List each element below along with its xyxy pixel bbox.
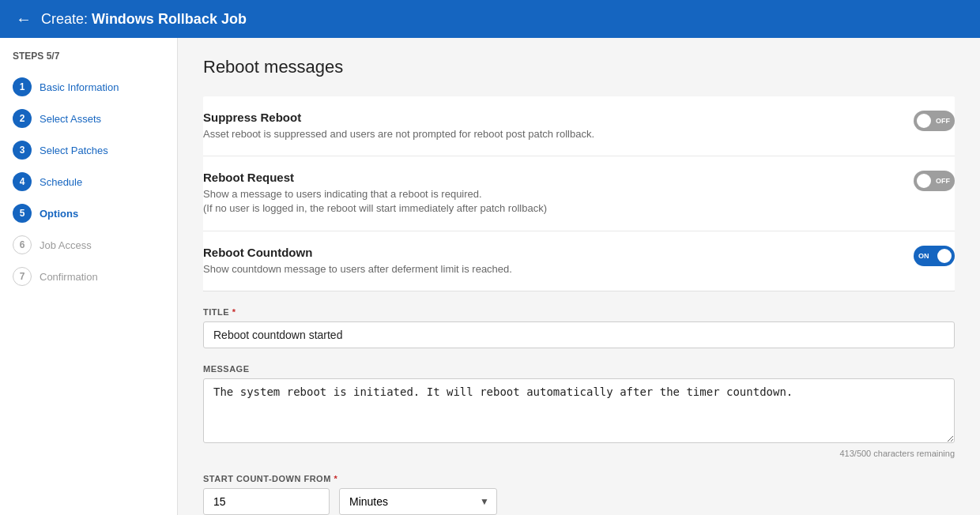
- sidebar-item-options[interactable]: 5 Options: [0, 197, 177, 229]
- time-unit-select[interactable]: Minutes Hours: [339, 488, 497, 515]
- reboot-request-desc: Show a message to users indicating that …: [203, 187, 901, 216]
- reboot-countdown-desc: Show countdown message to users after de…: [203, 262, 901, 276]
- step-1-circle: 1: [13, 77, 32, 96]
- suppress-reboot-desc: Asset reboot is suppressed and users are…: [203, 127, 901, 141]
- header-prefix: Create:: [41, 11, 88, 27]
- message-label: MESSAGE: [203, 364, 955, 374]
- title-required: *: [232, 307, 236, 317]
- step-2-label: Select Assets: [40, 113, 101, 125]
- step-7-circle: 7: [13, 267, 32, 286]
- suppress-reboot-section: Suppress Reboot Asset reboot is suppress…: [203, 96, 955, 156]
- sidebar-item-select-patches[interactable]: 3 Select Patches: [0, 134, 177, 166]
- countdown-required: *: [334, 474, 337, 483]
- title-input[interactable]: [203, 321, 955, 348]
- reboot-request-desc-line1: Show a message to users indicating that …: [203, 188, 482, 200]
- step-6-label: Job Access: [40, 239, 92, 251]
- reboot-request-section: Reboot Request Show a message to users i…: [203, 156, 955, 231]
- reboot-countdown-on-label: ON: [918, 252, 929, 260]
- title-field-group: TITLE *: [203, 307, 955, 348]
- sidebar-item-job-access[interactable]: 6 Job Access: [0, 229, 177, 261]
- step-4-circle: 4: [13, 172, 32, 191]
- reboot-countdown-toggle[interactable]: ON: [914, 246, 955, 266]
- back-arrow-icon: ←: [16, 10, 32, 28]
- suppress-reboot-track[interactable]: OFF: [914, 111, 955, 131]
- sidebar-item-select-assets[interactable]: 2 Select Assets: [0, 103, 177, 134]
- reboot-countdown-content: Reboot Countdown Show countdown message …: [203, 246, 901, 276]
- main-content: Reboot messages Suppress Reboot Asset re…: [178, 38, 980, 515]
- countdown-field-group: START COUNT-DOWN FROM * Minutes Hours ▼: [203, 474, 955, 515]
- suppress-reboot-content: Suppress Reboot Asset reboot is suppress…: [203, 111, 901, 141]
- char-count: 413/500 characters remaining: [203, 449, 955, 458]
- reboot-request-knob: [917, 174, 931, 188]
- suppress-reboot-title: Suppress Reboot: [203, 111, 901, 124]
- step-6-circle: 6: [13, 235, 32, 254]
- countdown-form: TITLE * MESSAGE 413/500 characters remai…: [203, 291, 955, 515]
- message-textarea[interactable]: [203, 378, 955, 443]
- reboot-request-off-label: OFF: [936, 177, 950, 185]
- message-field-group: MESSAGE 413/500 characters remaining: [203, 364, 955, 458]
- header-job-title: Windows Rollback Job: [92, 11, 247, 27]
- reboot-request-desc-line2: (If no user is logged in, the reboot wil…: [203, 202, 547, 214]
- steps-label: STEPS 5/7: [0, 51, 177, 71]
- suppress-reboot-off-label: OFF: [936, 117, 950, 125]
- page-title: Reboot messages: [203, 57, 955, 77]
- step-5-circle: 5: [13, 204, 32, 223]
- suppress-reboot-toggle[interactable]: OFF: [914, 111, 955, 131]
- countdown-label: START COUNT-DOWN FROM *: [203, 474, 955, 483]
- suppress-reboot-knob: [917, 114, 931, 128]
- reboot-request-row: Reboot Request Show a message to users i…: [203, 171, 955, 216]
- title-label: TITLE *: [203, 307, 955, 317]
- step-2-circle: 2: [13, 109, 32, 128]
- reboot-request-toggle[interactable]: OFF: [914, 171, 955, 191]
- app-header: ← Create: Windows Rollback Job: [0, 0, 980, 38]
- step-3-label: Select Patches: [40, 145, 108, 156]
- reboot-countdown-title: Reboot Countdown: [203, 246, 901, 259]
- reboot-sections: Suppress Reboot Asset reboot is suppress…: [203, 96, 955, 291]
- time-unit-select-wrapper: Minutes Hours ▼: [339, 488, 497, 515]
- step-5-label: Options: [40, 208, 78, 220]
- step-4-label: Schedule: [40, 176, 82, 188]
- reboot-request-content: Reboot Request Show a message to users i…: [203, 171, 901, 216]
- main-layout: STEPS 5/7 1 Basic Information 2 Select A…: [0, 38, 980, 515]
- countdown-inputs-row: Minutes Hours ▼: [203, 488, 955, 515]
- reboot-request-track[interactable]: OFF: [914, 171, 955, 191]
- suppress-reboot-row: Suppress Reboot Asset reboot is suppress…: [203, 111, 955, 141]
- reboot-request-title: Reboot Request: [203, 171, 901, 184]
- countdown-number-input[interactable]: [203, 488, 330, 515]
- reboot-countdown-track[interactable]: ON: [914, 246, 955, 266]
- sidebar: STEPS 5/7 1 Basic Information 2 Select A…: [0, 38, 178, 515]
- step-7-label: Confirmation: [40, 271, 98, 283]
- step-3-circle: 3: [13, 141, 32, 160]
- step-1-label: Basic Information: [40, 81, 119, 93]
- reboot-countdown-row: Reboot Countdown Show countdown message …: [203, 246, 955, 276]
- reboot-countdown-section: Reboot Countdown Show countdown message …: [203, 231, 955, 291]
- sidebar-item-schedule[interactable]: 4 Schedule: [0, 166, 177, 197]
- sidebar-item-basic-information[interactable]: 1 Basic Information: [0, 71, 177, 103]
- sidebar-item-confirmation[interactable]: 7 Confirmation: [0, 261, 177, 292]
- reboot-countdown-knob: [937, 249, 952, 263]
- page-header-title: Create: Windows Rollback Job: [41, 11, 247, 28]
- back-button[interactable]: ←: [16, 10, 32, 28]
